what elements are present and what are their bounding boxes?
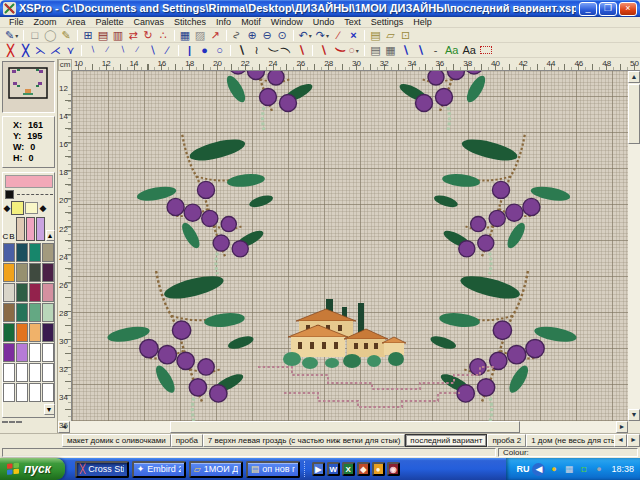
language-indicator[interactable]: RU (516, 464, 529, 474)
palette-swatch-2-0[interactable] (3, 283, 15, 302)
palette-swatch-5-3[interactable] (42, 343, 54, 362)
palette-swatch-1-2[interactable] (29, 263, 41, 282)
sheet-tab-6[interactable]: 1 дом (не весь для стыковки) (526, 434, 614, 447)
palette-swatch-3-3[interactable] (42, 303, 54, 322)
close-button[interactable]: × (619, 2, 637, 16)
palette-swatch-0-3[interactable] (42, 243, 54, 262)
palette-swatch-4-2[interactable] (29, 323, 41, 342)
half-stitch-fwd[interactable]: ∕ (160, 43, 175, 57)
thread-tool[interactable]: ∿ (230, 28, 245, 42)
sheet-tab-1[interactable]: макет домик с оливочками (62, 434, 171, 447)
new-design-button[interactable]: ▱ (383, 28, 398, 42)
scroll-up-button[interactable]: ▲ (628, 71, 640, 83)
pattern-fill-2[interactable]: ▦ (383, 43, 398, 57)
undo-button[interactable]: ↶▾ (297, 28, 314, 42)
taskbar-window-embird[interactable]: ✦Embird 2... (132, 461, 186, 478)
dropdown-arrow-icon[interactable]: ▾ (15, 32, 18, 39)
half-cross-right[interactable]: ⋌ (48, 43, 63, 57)
horizontal-scrollbar[interactable]: ◄ ► (58, 421, 628, 433)
quarter-stitch-4[interactable]: ∕ (130, 43, 145, 57)
tray-green-icon[interactable]: ◘ (577, 463, 590, 476)
back-color-swatch[interactable] (25, 202, 38, 214)
special-stitch-1[interactable]: ∖ (398, 43, 413, 57)
quarter-stitch-2[interactable]: ∕ (100, 43, 115, 57)
sheet-tab-5[interactable]: проба 2 (487, 434, 526, 447)
pen-edit-tool[interactable]: ✎ (59, 28, 74, 42)
palette-swatch-7-1[interactable] (16, 383, 28, 402)
menu-item-help[interactable]: Help (408, 17, 437, 27)
copy-motif-tool[interactable]: ▤ (96, 28, 111, 42)
rect-select-tool[interactable]: □ (27, 28, 42, 42)
full-cross-stitch-red[interactable]: ╳ (3, 43, 18, 57)
stitch-dropdown-dash[interactable]: - (428, 43, 443, 57)
taskbar-window-cross-stitch[interactable]: ╳Cross Sti... (75, 461, 129, 478)
menu-item-zoom[interactable]: Zoom (29, 17, 62, 27)
media-player-icon[interactable]: ▶ (312, 462, 325, 476)
palette-swatch-2-3[interactable] (42, 283, 54, 302)
column-bar-1[interactable] (16, 217, 25, 241)
palette-swatch-2-1[interactable] (16, 283, 28, 302)
text-tool-small[interactable]: Aa (443, 43, 460, 57)
flip-motif-tool[interactable]: ⊞ (81, 28, 96, 42)
vertical-stitch[interactable]: | (182, 43, 197, 57)
dropdown-arrow-icon[interactable]: ▾ (309, 32, 312, 39)
menu-item-undo[interactable]: Undo (308, 17, 340, 27)
half-stitch-back[interactable]: ∖ (145, 43, 160, 57)
menu-item-palette[interactable]: Palette (91, 17, 129, 27)
design-canvas[interactable] (72, 71, 628, 421)
tabs-scroll-right-button[interactable]: ► (627, 434, 640, 447)
paste-motif-tool[interactable]: ▥ (111, 28, 126, 42)
palette-swatch-4-1[interactable] (16, 323, 28, 342)
palette-swatch-0-0[interactable] (3, 243, 15, 262)
pattern-fill-1[interactable]: ▤ (368, 43, 383, 57)
excel-icon[interactable]: X (342, 462, 355, 476)
delete-tool[interactable]: × (346, 28, 361, 42)
menu-item-info[interactable]: Info (211, 17, 236, 27)
menu-item-settings[interactable]: Settings (366, 17, 409, 27)
column-bar-2[interactable] (26, 217, 35, 241)
palette-swatch-5-0[interactable] (3, 343, 15, 362)
start-button[interactable]: пуск (0, 458, 65, 480)
palette-swatch-3-2[interactable] (29, 303, 41, 322)
menu-item-stitches[interactable]: Stitches (169, 17, 211, 27)
copy-design-button[interactable]: ▤ (368, 28, 383, 42)
menu-item-window[interactable]: Window (266, 17, 308, 27)
redo-button[interactable]: ↷▾ (314, 28, 331, 42)
scroll-down-button[interactable]: ▼ (628, 409, 640, 421)
three-quarter-stitch[interactable]: ⋎ (63, 43, 78, 57)
horizontal-scroll-thumb[interactable] (170, 421, 520, 433)
dropdown-arrow-icon[interactable]: ▾ (356, 47, 359, 54)
palette-swatch-1-0[interactable] (3, 263, 15, 282)
tabs-scroll-left-button[interactable]: ◄ (614, 434, 627, 447)
app-darkred-icon[interactable]: ◉ (387, 462, 400, 476)
design-preview[interactable] (2, 61, 55, 113)
palette-swatch-2-2[interactable] (29, 283, 41, 302)
palette-swatch-1-3[interactable] (42, 263, 54, 282)
palette-swatch-0-2[interactable] (29, 243, 41, 262)
vertical-scrollbar[interactable]: ▲ ▼ (628, 71, 640, 421)
dropdown-arrow-icon[interactable]: ▾ (326, 32, 329, 39)
sheet-tab-2[interactable]: проба (171, 434, 203, 447)
selected-color-swatch[interactable] (5, 175, 53, 188)
black-square-swatch[interactable] (5, 190, 14, 199)
palette-swatch-6-1[interactable] (16, 363, 28, 382)
curve-stitch-tool[interactable]: ( (264, 43, 279, 57)
tray-yellow-icon[interactable]: ● (547, 463, 560, 476)
full-cross-stitch[interactable]: ╳ (18, 43, 33, 57)
tray-gray-icon[interactable]: ▦ (562, 463, 575, 476)
palette-swatch-6-3[interactable] (42, 363, 54, 382)
ellipse-tool[interactable]: ○▾ (346, 43, 361, 57)
app-orange-icon[interactable]: ● (372, 462, 385, 476)
palette-swatch-7-0[interactable] (3, 383, 15, 402)
minimize-button[interactable]: _ (579, 2, 597, 16)
paste-design-button[interactable]: ⊡ (398, 28, 413, 42)
menu-item-motif[interactable]: Motif (236, 17, 266, 27)
palette-swatch-3-0[interactable] (3, 303, 15, 322)
select-region-tool[interactable] (478, 43, 494, 57)
rotate-motif-tool[interactable]: ↻ (141, 28, 156, 42)
scroll-right-button[interactable]: ► (616, 421, 628, 433)
app-red-icon[interactable]: ◆ (357, 462, 370, 476)
palette-swatch-7-3[interactable] (42, 383, 54, 402)
palette-scroll-up-button[interactable]: ▲ (46, 230, 55, 241)
palette-swatch-6-2[interactable] (29, 363, 41, 382)
